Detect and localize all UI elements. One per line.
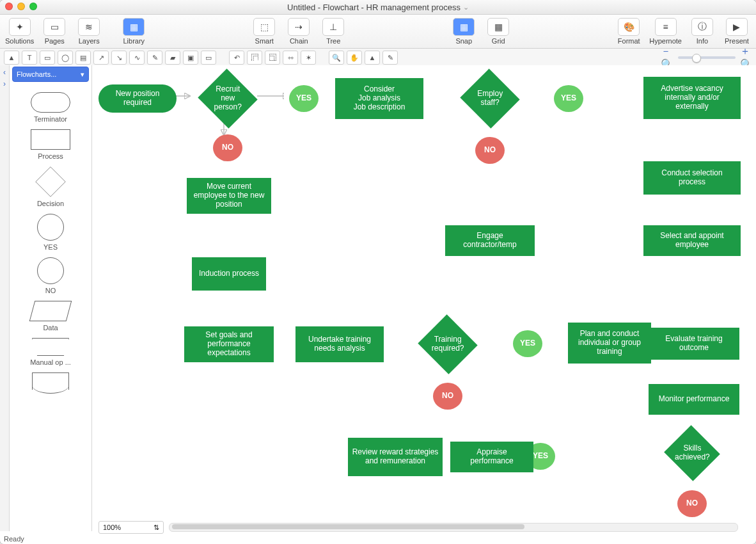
present-button[interactable]: ▶Present	[723, 18, 751, 45]
crop-tool[interactable]: ▭	[201, 51, 216, 65]
node-label: Select and appoint employee	[647, 232, 737, 250]
canvas[interactable]: New position required Recruit new person…	[92, 65, 756, 531]
node-monitor[interactable]: Monitor performance	[649, 384, 739, 415]
main-toolbar: ✦Solutions ▭Pages ≋Layers ▦Library ⬚Smar…	[0, 15, 756, 49]
library-selector[interactable]: Flowcharts... ▾	[12, 67, 89, 82]
zoom-dropdown[interactable]: 100%⇅	[98, 521, 164, 534]
format-button[interactable]: 🎨Format	[615, 18, 643, 45]
zoom-value: 100%	[103, 524, 121, 531]
curve-tool[interactable]: ∿	[129, 51, 145, 65]
node-undertake[interactable]: Undertake training needs analysis	[295, 326, 384, 362]
line-tool[interactable]: ↗	[93, 51, 109, 65]
shape-process[interactable]: Process	[31, 129, 70, 160]
node-evaluate[interactable]: Evaluate training outcome	[649, 328, 739, 360]
node-no2[interactable]: NO	[475, 137, 505, 164]
node-plan-conduct[interactable]: Plan and conduct individual or group tra…	[568, 323, 651, 364]
node-label: NO	[442, 392, 453, 401]
hypernote-icon: ≡	[655, 18, 677, 36]
library-button[interactable]: ▦Library	[120, 18, 148, 45]
node-no3[interactable]: NO	[433, 383, 462, 410]
ellipse-tool[interactable]: ◯	[58, 51, 73, 65]
shape-yes-label: YES	[43, 243, 58, 251]
hypernote-button[interactable]: ≡Hypernote	[649, 18, 682, 45]
node-label: Induction process	[199, 269, 259, 278]
shape-document[interactable]	[32, 372, 69, 392]
snap-label: Snap	[455, 37, 472, 45]
zoom-slider[interactable]	[678, 56, 736, 59]
node-yes2[interactable]: YES	[554, 85, 583, 112]
node-conduct-selection[interactable]: Conduct selection process	[643, 161, 741, 195]
node-yes3[interactable]: YES	[513, 330, 542, 357]
ungroup-tool[interactable]: ⿹	[265, 51, 280, 65]
shape-manual-op[interactable]: Manual op ...	[30, 338, 71, 366]
grid-button[interactable]: ▦Grid	[484, 18, 512, 45]
align-tool[interactable]: ⇿	[283, 51, 298, 65]
hand-tool[interactable]: ✋	[347, 51, 362, 65]
node-select-appoint[interactable]: Select and appoint employee	[643, 225, 741, 256]
node-label: NO	[484, 146, 496, 155]
highlight-tool[interactable]: ✎	[147, 51, 162, 65]
shape-decision[interactable]: Decision	[35, 166, 66, 207]
fill-tool[interactable]: ▰	[165, 51, 180, 65]
node-advertise[interactable]: Advertise vacancy internally and/or exte…	[643, 77, 741, 119]
shape-no[interactable]: NO	[37, 257, 64, 294]
zoom-in-icon[interactable]: ＋🔍	[741, 52, 752, 63]
arrow-tool[interactable]: ▲	[4, 51, 19, 65]
node-appraise[interactable]: Appraise performance	[450, 442, 533, 472]
tree-icon: ⊥	[322, 18, 344, 36]
group-tool[interactable]: ⿸	[247, 51, 262, 65]
smart-icon: ⬚	[253, 18, 275, 36]
node-label: Advertise vacancy internally and/or exte…	[647, 84, 737, 111]
node-no4[interactable]: NO	[677, 490, 707, 517]
distribute-tool[interactable]: ✶	[301, 51, 316, 65]
nav-back-icon[interactable]: ‹	[3, 68, 6, 77]
node-label: Consider Job analysis Job description	[354, 85, 406, 111]
zoom-out-icon[interactable]: －🔍	[661, 52, 673, 63]
node-recruit-decision[interactable]: Recruit new person?	[198, 68, 257, 128]
smart-button[interactable]: ⬚Smart	[250, 18, 278, 45]
eyedropper-tool[interactable]: ✎	[382, 51, 398, 65]
connector-tool[interactable]: ↘	[111, 51, 127, 65]
minimize-button[interactable]	[17, 3, 25, 10]
node-set-goals[interactable]: Set goals and performance expectations	[184, 326, 274, 362]
info-button[interactable]: ⓘInfo	[688, 18, 716, 45]
snap-button[interactable]: ▦Snap	[450, 18, 478, 45]
title-dropdown-icon[interactable]: ⌄	[463, 3, 469, 12]
horizontal-scrollbar[interactable]	[169, 523, 738, 532]
undo-tool[interactable]: ↶	[229, 51, 244, 65]
stamp2-tool[interactable]: ▲	[365, 51, 380, 65]
close-button[interactable]	[5, 3, 13, 10]
node-consider[interactable]: Consider Job analysis Job description	[335, 78, 423, 119]
format-icon: 🎨	[618, 18, 640, 36]
node-review-reward[interactable]: Review reward strategies and remuneratio…	[348, 438, 443, 476]
node-employ-decision[interactable]: Employ staff?	[460, 68, 519, 128]
layers-button[interactable]: ≋Layers	[75, 18, 103, 45]
node-label: Move current employee to the new positio…	[191, 182, 267, 209]
node-skills-decision[interactable]: Skills achieved?	[664, 425, 720, 481]
node-yes1[interactable]: YES	[289, 85, 319, 112]
node-move-current[interactable]: Move current employee to the new positio…	[187, 178, 271, 214]
pages-button[interactable]: ▭Pages	[40, 18, 68, 45]
tool-row: ▲ T ▭ ◯ ▤ ↗ ↘ ∿ ✎ ▰ ▣ ▭ ↶ ⿸ ⿹ ⇿ ✶ 🔍 ✋ ▲ …	[0, 49, 756, 67]
chain-button[interactable]: ⇢Chain	[285, 18, 313, 45]
node-label: Engage contractor/temp	[449, 232, 531, 250]
node-new-position[interactable]: New position required	[98, 84, 177, 113]
solutions-button[interactable]: ✦Solutions	[5, 18, 34, 45]
maximize-button[interactable]	[29, 3, 37, 10]
zoom-tool[interactable]: 🔍	[329, 51, 344, 65]
nav-forward-icon[interactable]: ›	[3, 79, 6, 88]
node-engage[interactable]: Engage contractor/temp	[445, 225, 535, 256]
text-tool[interactable]: T	[22, 51, 37, 65]
rect-tool[interactable]: ▭	[40, 51, 55, 65]
shape-data[interactable]: Data	[32, 301, 69, 332]
shape-manual-op-label: Manual op ...	[30, 358, 71, 366]
node-induction[interactable]: Induction process	[192, 257, 266, 291]
tree-button[interactable]: ⊥Tree	[319, 18, 347, 45]
shape-terminator[interactable]: Terminator	[31, 92, 70, 123]
shape-process-label: Process	[38, 152, 63, 160]
node-training-decision[interactable]: Training required?	[418, 314, 477, 374]
stamp-tool[interactable]: ▣	[183, 51, 198, 65]
shape-yes[interactable]: YES	[37, 214, 64, 251]
table-tool[interactable]: ▤	[75, 51, 91, 65]
node-no1[interactable]: NO	[213, 134, 242, 161]
